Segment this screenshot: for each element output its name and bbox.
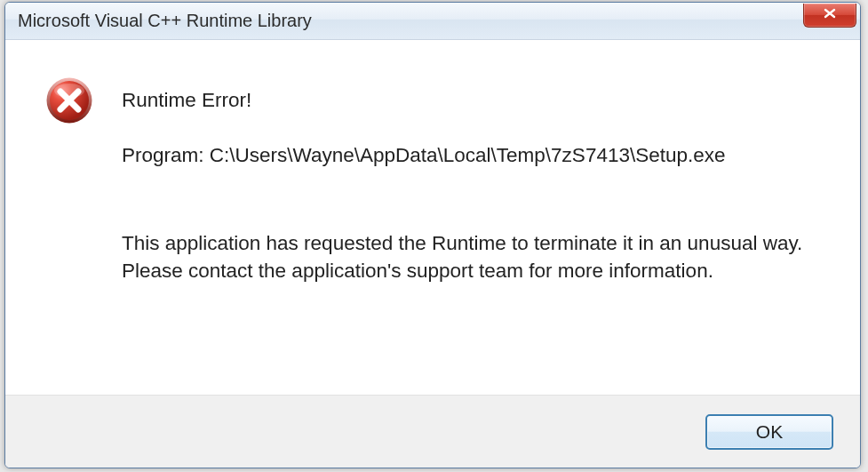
dialog-title: Microsoft Visual C++ Runtime Library <box>18 11 803 31</box>
dialog-body: Runtime Error! Program: C:\Users\Wayne\A… <box>5 40 860 395</box>
error-icon <box>45 76 93 124</box>
message-line-1: This application has requested the Runti… <box>122 230 829 257</box>
close-button[interactable] <box>803 4 856 28</box>
program-label: Program: <box>122 144 210 166</box>
titlebar[interactable]: Microsoft Visual C++ Runtime Library <box>5 3 860 40</box>
ok-button[interactable]: OK <box>705 414 833 450</box>
program-path: C:\Users\Wayne\AppData\Local\Temp\7zS741… <box>210 144 726 166</box>
message-line-2: Please contact the application's support… <box>122 258 829 284</box>
error-message: This application has requested the Runti… <box>122 230 829 284</box>
runtime-error-dialog: Microsoft Visual C++ Runtime Library <box>4 2 861 468</box>
close-icon <box>822 7 838 23</box>
program-line: Program: C:\Users\Wayne\AppData\Local\Te… <box>122 142 829 168</box>
icon-column <box>45 89 116 377</box>
dialog-footer: OK <box>5 395 860 468</box>
text-column: Runtime Error! Program: C:\Users\Wayne\A… <box>116 89 829 377</box>
error-heading: Runtime Error! <box>122 89 829 112</box>
